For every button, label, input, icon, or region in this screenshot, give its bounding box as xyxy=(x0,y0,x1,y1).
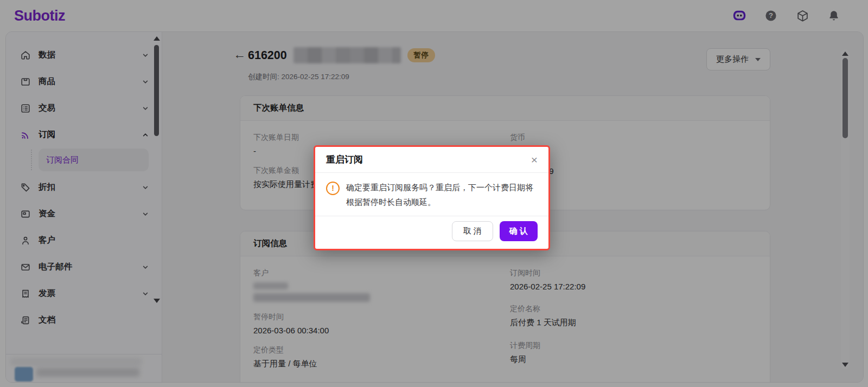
modal-header: 重启订阅 × xyxy=(315,147,548,173)
modal-body: ! 确定要重启订阅服务吗？重启后，下一个计费日期将根据暂停时长自动顺延。 xyxy=(315,173,548,216)
warning-icon: ! xyxy=(326,182,340,195)
confirm-button[interactable]: 确 认 xyxy=(500,221,538,241)
restart-subscription-modal: 重启订阅 × ! 确定要重启订阅服务吗？重启后，下一个计费日期将根据暂停时长自动… xyxy=(314,145,550,250)
app-window: Subotiz ? xyxy=(0,0,868,387)
modal-message: 确定要重启订阅服务吗？重启后，下一个计费日期将根据暂停时长自动顺延。 xyxy=(346,180,538,209)
modal-title: 重启订阅 xyxy=(326,153,363,166)
modal-footer: 取 消 确 认 xyxy=(315,216,548,249)
cancel-button[interactable]: 取 消 xyxy=(452,221,493,241)
close-icon[interactable]: × xyxy=(531,154,538,165)
